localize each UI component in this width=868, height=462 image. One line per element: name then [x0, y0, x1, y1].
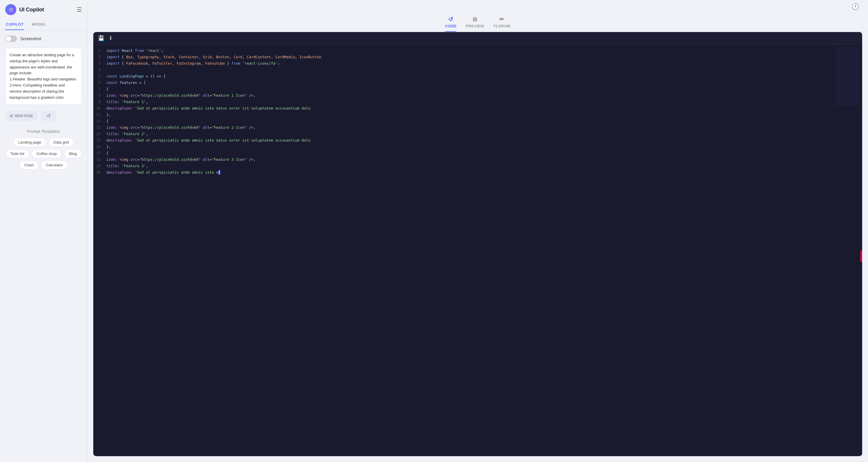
code-line: 9 title: 'Feature 1', [93, 99, 862, 105]
preview-tab-icon: ⊞ [472, 16, 477, 23]
new-page-icon: ⊞ [10, 114, 13, 118]
menu-icon[interactable]: ☰ [76, 6, 82, 13]
code-line: 13 icon: <img src="https://placehold.co/… [93, 124, 862, 131]
prompt-text: Create an attractive landing page for a … [10, 53, 77, 100]
code-panel: 💾 ⬇ 1 import React from 'react'; 2 impor… [93, 32, 862, 456]
code-line: 17 { [93, 150, 862, 157]
code-body[interactable]: 1 import React from 'react'; 2 import { … [93, 44, 862, 456]
sidebar-tabs: COPILOT MODEL [0, 19, 87, 30]
templates-grid: Landing page Data grid Todo list Coffee … [5, 138, 82, 169]
buttons-row: ⊞ NEW PAGE ↺ [0, 108, 87, 124]
code-line: 7 { [93, 86, 862, 92]
app-logo-icon: ⊙ [5, 4, 16, 15]
templates-title: Prompt Templates [5, 129, 82, 134]
tab-preview[interactable]: ⊞ PREVIEW [466, 16, 484, 32]
template-blog[interactable]: Blog [64, 149, 82, 158]
top-bar-right: 🕐 [851, 3, 859, 10]
code-tab-icon: ↺ [448, 16, 453, 23]
code-line: 10 description: 'Sed ut perspiciatis und… [93, 105, 862, 111]
tab-copilot[interactable]: COPILOT [5, 19, 24, 30]
code-line: 14 title: 'Feature 2', [93, 131, 862, 137]
code-line: 19 title: 'Feature 3', [93, 163, 862, 169]
preview-tab-label: PREVIEW [466, 24, 484, 28]
top-bar: 🕐 [88, 0, 868, 13]
minimap [836, 47, 859, 106]
regenerate-button[interactable]: ↺ [41, 111, 56, 121]
regenerate-icon: ↺ [46, 113, 51, 119]
template-landing-page[interactable]: Landing page [13, 138, 46, 147]
template-calculator[interactable]: Calculator [41, 161, 68, 169]
screenshot-row: Screenshot [0, 30, 87, 45]
code-line: 1 import React from 'react'; [93, 47, 862, 54]
tab-model[interactable]: MODEL [31, 19, 46, 30]
save-icon[interactable]: 💾 [98, 35, 104, 41]
scroll-indicator [861, 251, 862, 262]
code-line: 4 [93, 67, 862, 73]
code-line: 11 }, [93, 111, 862, 118]
code-toolbar: 💾 ⬇ [93, 32, 862, 44]
download-icon[interactable]: ⬇ [108, 35, 113, 41]
code-line: 3 import { FaFacebook, FaTwitter, FaInst… [93, 60, 862, 67]
code-line: 2 import { Box, Typography, Stack, Conta… [93, 54, 862, 60]
app-title: UI Copilot [19, 7, 44, 13]
tab-tldraw[interactable]: ✏ TLDRAW [493, 16, 510, 32]
view-tabs-wrapper: ↺ CODE ⊞ PREVIEW ✏ TLDRAW [88, 13, 868, 32]
code-line: 12 { [93, 118, 862, 124]
tab-code[interactable]: ↺ CODE [445, 16, 457, 32]
tldraw-tab-icon: ✏ [499, 16, 504, 23]
sidebar: ⊙ UI Copilot ☰ COPILOT MODEL Screenshot … [0, 0, 88, 462]
code-line: 18 icon: <img src="https://placehold.co/… [93, 157, 862, 163]
view-tabs: ↺ CODE ⊞ PREVIEW ✏ TLDRAW [445, 13, 510, 32]
code-tab-label: CODE [445, 24, 457, 28]
screenshot-toggle[interactable] [5, 36, 17, 42]
code-line: 15 description: 'Sed ut perspiciatis und… [93, 137, 862, 143]
template-todo-list[interactable]: Todo list [5, 149, 29, 158]
screenshot-label: Screenshot [21, 36, 41, 41]
template-coffee-shop[interactable]: Coffee shop [31, 149, 62, 158]
template-data-grid[interactable]: Data grid [49, 138, 74, 147]
code-line: 20 description: 'Sed ut perspiciatis und… [93, 169, 862, 176]
template-chart[interactable]: Chart [19, 161, 38, 169]
sidebar-header: ⊙ UI Copilot ☰ [0, 0, 87, 19]
code-line: 16 }, [93, 143, 862, 150]
code-line: 8 icon: <img src="https://placehold.co/6… [93, 92, 862, 99]
templates-section: Prompt Templates Landing page Data grid … [0, 124, 87, 172]
history-icon[interactable]: 🕐 [851, 3, 859, 10]
main-content: 🕐 ↺ CODE ⊞ PREVIEW ✏ TLDRAW 💾 ⬇ [88, 0, 868, 462]
logo-area: ⊙ UI Copilot [5, 4, 44, 15]
code-line: 5 const LandingPage = () => { [93, 73, 862, 79]
new-page-button[interactable]: ⊞ NEW PAGE [5, 111, 38, 121]
new-page-label: NEW PAGE [14, 114, 33, 118]
tldraw-tab-label: TLDRAW [493, 24, 510, 28]
code-line: 6 const features = [ [93, 79, 862, 86]
prompt-textarea[interactable]: Create an attractive landing page for a … [5, 48, 82, 105]
